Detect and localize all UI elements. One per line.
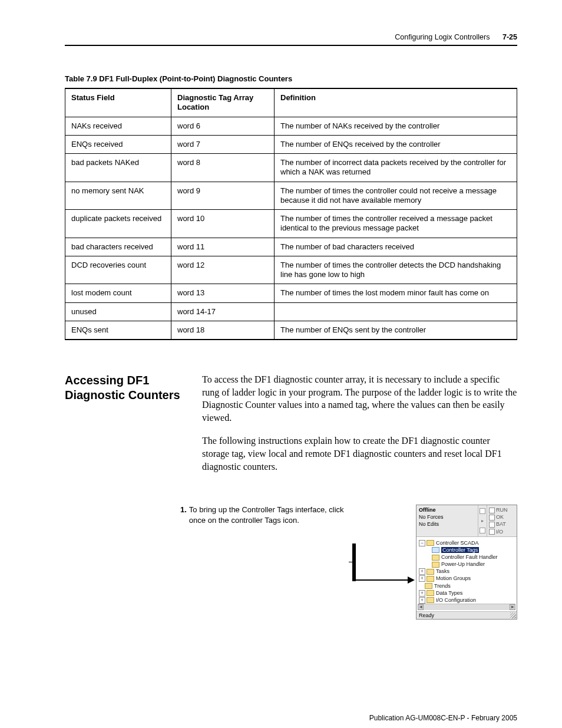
running-header: Configuring Logix Controllers 7-25	[65, 33, 517, 46]
table-row: ENQs sentword 18The number of ENQs sent …	[65, 321, 517, 340]
section-heading: Accessing DF1 Diagnostic Counters	[65, 373, 186, 483]
table-row: lost modem countword 13The number of tim…	[65, 284, 517, 302]
page-number: 7-25	[492, 33, 517, 41]
app-status-panel: Offline No Forces No Edits ▸ RUN OK BAT …	[416, 505, 517, 537]
lock-icon[interactable]	[480, 528, 485, 533]
ok-checkbox[interactable]	[489, 515, 495, 521]
table-row: duplicate packets receivedword 10The num…	[65, 210, 517, 238]
tree-tasks[interactable]: Tasks	[436, 568, 449, 574]
table-caption: Table 7.9 DF1 Full-Duplex (Point-to-Poin…	[65, 74, 517, 83]
status-no-edits: No Edits	[419, 521, 475, 528]
folder-icon	[427, 597, 434, 603]
table-row: no memory sent NAKword 9The number of ti…	[65, 182, 517, 210]
expand-icon[interactable]: +	[419, 568, 425, 575]
folder-icon	[432, 555, 439, 561]
tree-motion-groups[interactable]: Motion Groups	[436, 575, 471, 581]
step-text: To bring up the Controller Tags interfac…	[189, 505, 351, 525]
table-row: DCD recoveries countword 12The number of…	[65, 256, 517, 284]
table-row: bad packets NAKedword 8The number of inc…	[65, 154, 517, 182]
status-text: Ready	[419, 612, 434, 618]
scrollbar-horizontal[interactable]: ◂▸	[418, 604, 515, 610]
table-row: unusedword 14-17	[65, 302, 517, 321]
collapse-icon[interactable]: −	[419, 540, 425, 546]
step-number: 1.	[180, 505, 187, 525]
tree-powerup-handler[interactable]: Power-Up Handler	[441, 561, 485, 567]
key-icon[interactable]	[480, 508, 485, 514]
tree-fault-handler[interactable]: Controller Fault Handler	[441, 554, 498, 560]
tree-trends[interactable]: Trends	[434, 583, 451, 589]
publication-footer: Publication AG-UM008C-EN-P - February 20…	[65, 714, 517, 722]
callout-bar	[352, 543, 356, 581]
expand-icon[interactable]: +	[419, 597, 425, 604]
io-checkbox[interactable]	[489, 529, 495, 535]
scroll-right-icon[interactable]: ▸	[510, 604, 515, 610]
col-header-location: Diagnostic Tag Array Location	[171, 88, 275, 117]
folder-icon	[427, 540, 434, 546]
tree-controller[interactable]: Controller SCADA	[436, 540, 479, 546]
project-tree: −Controller SCADA Controller Tags Contro…	[416, 537, 517, 611]
folder-icon	[425, 583, 432, 589]
expand-icon[interactable]: +	[419, 575, 425, 582]
bat-checkbox[interactable]	[489, 522, 495, 528]
scroll-left-icon[interactable]: ◂	[418, 604, 424, 610]
paragraph: The following instructions explain how t…	[202, 434, 517, 473]
tree-io-config[interactable]: I/O Configuration	[436, 597, 476, 603]
forces-play-icon[interactable]: ▸	[481, 518, 484, 523]
section-name: Configuring Logix Controllers	[395, 33, 490, 41]
diagnostic-counters-table: Status Field Diagnostic Tag Array Locati…	[65, 88, 517, 340]
table-row: bad characters receivedword 11The number…	[65, 238, 517, 256]
step-instruction: 1. To bring up the Controller Tags inter…	[180, 505, 351, 525]
folder-icon	[427, 590, 434, 596]
app-screenshot: Offline No Forces No Edits ▸ RUN OK BAT …	[416, 505, 517, 620]
table-row: NAKs receivedword 6The number of NAKs re…	[65, 117, 517, 135]
tree-data-types[interactable]: Data Types	[436, 590, 462, 596]
col-header-status: Status Field	[65, 88, 171, 117]
status-bar: Ready	[416, 611, 517, 619]
tags-icon	[432, 547, 439, 553]
paragraph: To access the DF1 diagnostic counter arr…	[202, 373, 517, 424]
status-offline: Offline	[419, 506, 475, 513]
run-checkbox[interactable]	[489, 508, 495, 513]
folder-icon	[427, 569, 434, 575]
col-header-definition: Definition	[275, 88, 517, 117]
expand-icon[interactable]: +	[419, 590, 425, 597]
section-body: To access the DF1 diagnostic counter arr…	[202, 373, 517, 483]
resize-grip-icon[interactable]	[510, 612, 516, 618]
table-row: ENQs receivedword 7The number of ENQs re…	[65, 135, 517, 153]
status-no-forces: No Forces	[419, 513, 475, 521]
tree-controller-tags[interactable]: Controller Tags	[441, 547, 479, 553]
callout-arrow-icon	[356, 579, 414, 581]
folder-icon	[432, 562, 439, 568]
folder-icon	[427, 576, 434, 582]
